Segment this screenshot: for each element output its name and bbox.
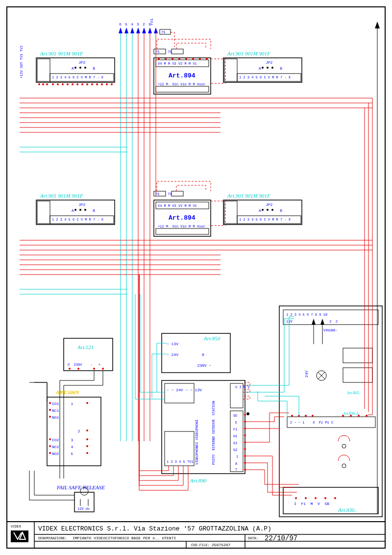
svg-point-24 [96,83,98,85]
svg-text:22/10/97: 22/10/97 [265,534,297,542]
svg-text:V
I
M
V: V I M V [235,385,250,389]
svg-point-100 [49,402,51,404]
svg-point-103 [49,438,51,440]
svg-point-177 [315,497,317,499]
svg-point-106 [86,402,88,404]
svg-point-40 [178,58,180,60]
svg-point-14 [46,83,48,85]
svg-point-165 [312,415,314,417]
svg-point-108 [86,438,88,440]
svg-point-178 [324,497,326,499]
svg-text:G1: G1 [233,441,237,445]
bus-lbl-6: 6 [119,22,122,26]
svg-rect-73 [156,228,209,234]
block-art894-top: 75 75 V4 M M V3 V2 M M V1 Art.894 +12 M … [154,49,211,94]
titleblock: VIDEX VIDEX ELECTRONICS S.r.l. Via Stazi… [7,522,385,548]
svg-point-43 [199,58,201,60]
svg-text:13V                  2  2: 13V 2 2 [286,320,338,324]
bus-lbl-2: 2 [143,22,145,26]
svg-rect-36 [156,86,209,92]
svg-rect-76 [224,201,237,224]
svg-point-107 [86,429,88,431]
svg-text:2: 2 [52,429,80,433]
svg-point-179 [334,497,336,499]
svg-point-16 [57,83,59,85]
svg-point-25 [101,83,103,85]
svg-point-164 [305,415,307,417]
svg-point-62 [79,209,81,211]
svg-point-52 [267,67,269,69]
svg-point-167 [350,415,352,417]
svg-text:12V dc: 12V dc [77,507,90,511]
svg-text:24V: 24V [304,370,309,378]
svg-point-23 [91,83,93,85]
svg-text:O  230V    -   +: O 230V - + [68,363,100,367]
svg-text:E: E [235,421,237,425]
svg-text:230V ~: 230V ~ [167,363,211,368]
svg-point-13 [42,83,44,85]
svg-text:~ 13V: ~ 13V [167,342,178,346]
svg-point-148 [246,412,249,415]
block-videophone-3: Art.901 901M 901F JP2 A B 1 2 3 4 5 6 C … [36,193,115,225]
svg-text:G2: G2 [233,448,237,452]
svg-text:VIDEOPHONES
VIDEOPHONI: VIDEOPHONES VIDEOPHONI [195,420,199,465]
svg-text:1 2 3 4 5 6 C V M R 7 - X: 1 2 3 4 5 6 C V M R 7 - X [52,218,104,222]
svg-text:CO1     1: CO1 1 [52,402,73,406]
svg-text:1 2 3 4 5 6 C V M R 7 - X: 1 2 3 4 5 6 C V M R 7 - X [239,218,291,222]
svg-rect-47 [224,59,237,81]
svg-text:VX800-: VX800- [323,328,338,332]
svg-point-170 [342,444,346,448]
svg-text:Art.830..: Art.830.. [338,507,357,513]
bus-res-75: 75 [161,30,165,34]
svg-text:V4 M M V3 V2 M M V1: V4 M M V3 V2 M M V1 [158,62,197,66]
block-art506n: ART.506N CO1 1 NC1 NO1 2 CO2 3 NC2 4 NO2… [47,389,101,466]
svg-point-166 [342,415,344,417]
svg-text:Art.890: Art.890 [190,478,207,483]
svg-text:+12V
OUT
TV1
TV2: +12V OUT TV1 TV2 [20,46,24,78]
svg-point-139 [244,414,246,416]
cyan-bus [121,33,132,441]
svg-point-162 [291,415,293,417]
svg-point-80 [262,209,264,211]
svg-point-90 [102,368,104,370]
svg-point-168 [358,415,360,417]
svg-text:NO1: NO1 [52,415,59,420]
svg-text:NC2     4: NC2 4 [52,445,73,449]
svg-text:NO2     5: NO2 5 [52,452,73,456]
svg-point-18 [67,83,69,85]
svg-text:1 2 3 4 5 6 C V M R 7 - X: 1 2 3 4 5 6 C V M R 7 - X [52,76,104,79]
svg-rect-121 [165,383,194,403]
schematic-canvas: 6 5 4 3 2 1 TV1 75 Art.901 901M 901F +12… [0,0,392,555]
cyan-wires-mid [20,289,127,294]
svg-text:Art.901 901M 901F: Art.901 901M 901F [227,193,270,199]
svg-point-176 [305,497,307,499]
svg-text:DENOMINAZIONE:: DENOMINAZIONE: [38,536,67,540]
svg-point-101 [49,409,51,411]
svg-rect-149 [279,306,382,517]
svg-rect-30 [172,49,183,54]
top-bus: 6 5 4 3 2 1 TV1 75 [119,18,174,47]
svg-point-21 [81,83,83,85]
svg-point-42 [192,58,194,60]
svg-text:+12 M  Vin Vin M M Vout: +12 M Vin Vin M M Vout [158,225,205,228]
red-bus [138,33,156,441]
svg-point-82 [271,209,273,211]
svg-text:75    75: 75 75 [155,50,172,54]
block-art521: Art.521 O 230V - + [60,338,113,479]
svg-text:I  F1  M  V  SB: I F1 M V SB [294,502,329,506]
svg-point-175 [295,497,297,499]
svg-text:Art.521: Art.521 [77,344,94,350]
svg-text:COD.FILE:: COD.FILE: [191,543,210,547]
svg-text:JP2: JP2 [78,60,86,65]
svg-point-88 [77,368,79,370]
svg-point-142 [244,434,246,436]
svg-rect-3 [37,59,50,81]
svg-text:1 2 3 4 5 6 7 8 9 10: 1 2 3 4 5 6 7 8 9 10 [286,313,327,317]
red-wires-outdoor [245,413,299,495]
bus-lbl-3: 3 [137,22,139,26]
block-videophone-2: Art.901 901M 901F JP2 A B 1 2 3 4 5 6 C … [223,50,302,82]
svg-text:IMPIANTO VIDEOCITOFONICO BASE : IMPIANTO VIDEOCITOFONICO BASE PER n.. UT… [73,536,176,540]
svg-point-87 [69,368,71,370]
svg-text:JP2: JP2 [78,202,86,207]
svg-point-19 [72,83,74,85]
